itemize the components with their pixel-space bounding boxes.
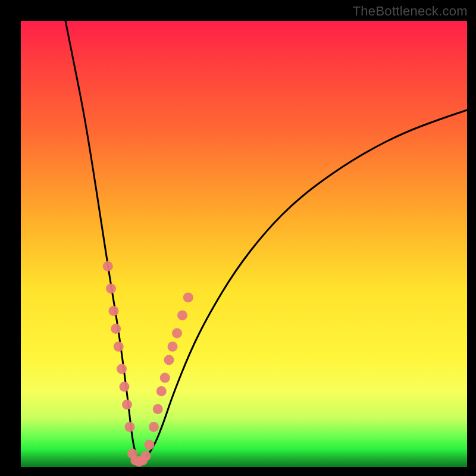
svg-point-8 xyxy=(125,422,135,432)
svg-point-22 xyxy=(177,311,187,321)
svg-point-6 xyxy=(120,382,130,392)
svg-point-12 xyxy=(137,455,148,465)
curve-svg xyxy=(21,21,467,467)
svg-point-19 xyxy=(164,355,174,365)
svg-point-20 xyxy=(168,342,178,352)
svg-point-5 xyxy=(117,364,127,374)
svg-point-15 xyxy=(149,422,159,432)
svg-point-3 xyxy=(111,324,121,334)
watermark-text: TheBottleneck.com xyxy=(353,4,468,19)
highlight-dots xyxy=(103,261,193,467)
svg-point-9 xyxy=(127,449,137,459)
plot-area xyxy=(21,21,467,467)
svg-point-17 xyxy=(156,386,167,396)
svg-point-7 xyxy=(122,400,132,410)
svg-point-4 xyxy=(114,342,124,352)
chart-frame: TheBottleneck.com xyxy=(0,0,476,476)
svg-point-13 xyxy=(141,451,151,461)
svg-point-11 xyxy=(134,457,144,467)
svg-point-1 xyxy=(106,284,116,294)
svg-point-23 xyxy=(183,293,193,303)
svg-point-0 xyxy=(103,261,113,271)
svg-point-14 xyxy=(145,440,155,450)
svg-point-16 xyxy=(153,404,163,414)
svg-point-21 xyxy=(172,328,182,339)
bottleneck-curve xyxy=(65,21,467,462)
svg-point-10 xyxy=(130,455,140,465)
svg-point-2 xyxy=(109,306,119,316)
svg-point-18 xyxy=(160,373,170,383)
